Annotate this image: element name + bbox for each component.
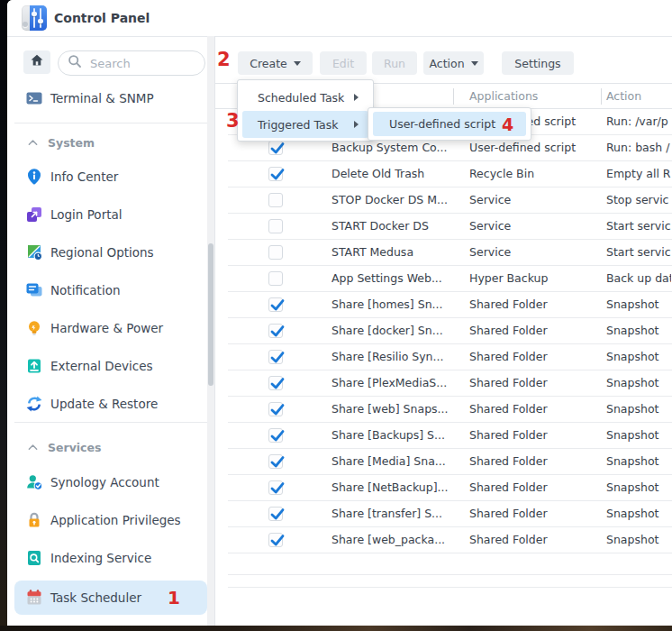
run-button[interactable]: Run: [372, 51, 417, 75]
checkbox-unchecked[interactable]: [268, 271, 283, 286]
chevron-up-icon: [26, 136, 40, 150]
applications-cell: Recycle Bin: [469, 161, 603, 187]
sidebar-item-notification[interactable]: Notification: [14, 277, 207, 304]
sidebar-item-regional-options[interactable]: Regional Options: [14, 239, 207, 266]
table-row[interactable]: Share [Resilio Syn...Shared FolderSnapsh…: [215, 344, 672, 370]
sidebar-item-terminal-snmp[interactable]: Terminal & SNMP: [14, 85, 207, 112]
table-row[interactable]: Share [homes] Sn...Shared FolderSnapshot: [215, 292, 672, 318]
info-icon: [25, 168, 43, 186]
task-table: User-defined scriptRun: /var/pBackup Sys…: [215, 109, 672, 560]
sidebar-scrollbar-thumb[interactable]: [208, 243, 213, 386]
checkbox-checked[interactable]: [268, 141, 283, 155]
name-cell: Share [web] Snaps...: [331, 397, 453, 422]
sidebar-item-update-restore[interactable]: Update & Restore: [14, 390, 207, 417]
action-cell: Start servic: [606, 240, 671, 265]
create-button[interactable]: Create: [238, 51, 313, 75]
search-icon: [68, 54, 82, 72]
checkbox-checked[interactable]: [268, 533, 283, 547]
menu-item-scheduled-task[interactable]: Scheduled Task: [242, 84, 368, 111]
sidebar-section-label: System: [48, 136, 95, 150]
terminal-icon: [25, 89, 43, 107]
sidebar-section-system[interactable]: System: [14, 131, 207, 154]
checkbox-checked[interactable]: [268, 297, 283, 312]
name-cell: Share [Backups] S...: [331, 423, 453, 448]
checkbox-checked[interactable]: [268, 376, 283, 390]
name-cell: Share [homes] Sn...: [331, 292, 453, 317]
update-restore-icon: [25, 395, 43, 413]
table-row[interactable]: Share [Backups] S...Shared FolderSnapsho…: [215, 423, 672, 449]
applications-cell: Shared Folder: [469, 527, 603, 553]
action-cell: Run: bash /: [606, 135, 671, 160]
chevron-up-icon: [26, 441, 40, 454]
annotation-2: 2: [217, 49, 231, 70]
action-cell: Snapshot: [606, 292, 671, 317]
action-cell: Snapshot: [606, 449, 671, 474]
sidebar-item-application-privileges[interactable]: Application Privileges: [14, 507, 207, 534]
search-box[interactable]: [58, 50, 205, 76]
table-row[interactable]: Share [docker] Sn...Shared FolderSnapsho…: [215, 318, 672, 344]
action-cell: Run: /var/p: [606, 109, 671, 134]
applications-cell: Shared Folder: [469, 318, 603, 343]
external-devices-icon: [25, 357, 43, 375]
table-row[interactable]: STOP Docker DS M...ServiceStop servic: [215, 187, 672, 214]
table-row[interactable]: Share [PlexMediaS...Shared FolderSnapsho…: [215, 370, 672, 397]
submenu-item-user-defined-script[interactable]: User-defined script4: [373, 112, 526, 136]
sidebar-item-task-scheduler[interactable]: Task Scheduler1: [14, 581, 207, 615]
sidebar-item-hardware-power[interactable]: Hardware & Power: [14, 315, 207, 342]
settings-button[interactable]: Settings: [502, 51, 574, 75]
chevron-down-icon: [294, 61, 301, 66]
table-row[interactable]: Share [transfer] S...Shared FolderSnapsh…: [215, 501, 672, 527]
notification-icon: [25, 281, 43, 299]
applications-cell: Shared Folder: [469, 344, 603, 370]
name-cell: STOP Docker DS M...: [331, 187, 453, 213]
sidebar-item-external-devices[interactable]: External Devices: [14, 352, 207, 380]
checkbox-unchecked[interactable]: [268, 193, 283, 207]
annotation-1: 1: [168, 587, 180, 608]
applications-cell: Shared Folder: [469, 397, 603, 422]
applications-cell: Service: [469, 240, 603, 265]
checkbox-checked[interactable]: [268, 324, 283, 338]
checkbox-checked[interactable]: [268, 350, 283, 364]
table-row[interactable]: App Settings Web...Hyper BackupBack up d…: [215, 266, 672, 292]
action-cell: Snapshot: [606, 501, 671, 526]
search-input[interactable]: [88, 56, 191, 71]
column-header-action[interactable]: Action: [606, 84, 641, 109]
table-row[interactable]: Delete Old TrashRecycle BinEmpty all R: [215, 161, 672, 187]
applications-cell: Shared Folder: [469, 501, 603, 526]
checkbox-checked[interactable]: [268, 167, 283, 181]
action-cell: Start servic: [606, 214, 671, 239]
action-button[interactable]: Action: [423, 51, 484, 75]
column-header-applications[interactable]: Applications: [469, 84, 538, 109]
table-row[interactable]: Share [NetBackup]...Shared FolderSnapsho…: [215, 475, 672, 501]
sidebar-item-indexing-service[interactable]: Indexing Service: [14, 544, 207, 572]
menu-item-triggered-task[interactable]: Triggered Task: [242, 111, 368, 138]
submenu-item-label: User-defined script: [389, 117, 495, 131]
checkbox-checked[interactable]: [268, 402, 283, 416]
table-row[interactable]: START Docker DSServiceStart servic: [215, 214, 672, 240]
sidebar-item-label: Login Portal: [50, 207, 123, 222]
sidebar-item-synology-account[interactable]: Synology Account: [14, 469, 207, 496]
checkbox-checked[interactable]: [268, 428, 283, 443]
checkbox-checked[interactable]: [268, 480, 283, 495]
table-row[interactable]: Share [web_packa...Shared FolderSnapshot: [215, 527, 672, 553]
regional-options-icon: [25, 243, 43, 261]
home-icon: [29, 52, 45, 72]
sidebar-section-services[interactable]: Services: [14, 435, 207, 459]
home-button[interactable]: [23, 50, 50, 74]
checkbox-checked[interactable]: [268, 507, 283, 521]
action-cell: Snapshot: [606, 318, 671, 343]
checkbox-checked[interactable]: [268, 454, 283, 469]
table-row[interactable]: Share [Media] Sna...Shared FolderSnapsho…: [215, 449, 672, 475]
annotation-3: 3: [226, 110, 240, 132]
action-cell: Snapshot: [606, 423, 671, 448]
checkbox-unchecked[interactable]: [268, 219, 283, 233]
sidebar-item-login-portal[interactable]: Login Portal: [14, 201, 207, 228]
sidebar-item-info-center[interactable]: Info Center: [14, 163, 207, 190]
checkbox-unchecked[interactable]: [268, 245, 283, 260]
action-cell: Stop servic: [606, 187, 671, 213]
synology-account-icon: [25, 473, 43, 491]
create-dropdown-menu: Scheduled TaskTriggered Task: [237, 79, 374, 142]
edit-button[interactable]: Edit: [320, 51, 367, 75]
table-row[interactable]: START MedusaServiceStart servic: [215, 240, 672, 266]
table-row[interactable]: Share [web] Snaps...Shared FolderSnapsho…: [215, 397, 672, 423]
